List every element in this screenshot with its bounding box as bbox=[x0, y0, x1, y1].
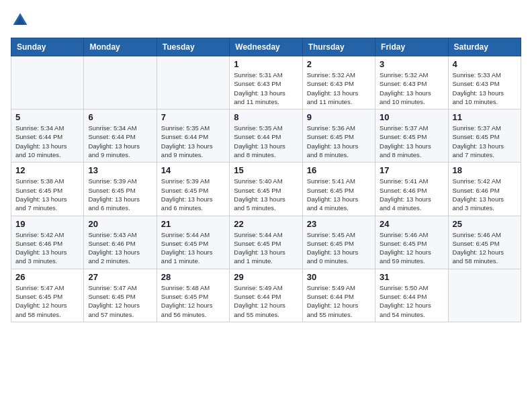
calendar-cell: 27Sunrise: 5:47 AM Sunset: 6:45 PM Dayli… bbox=[84, 269, 157, 322]
day-info: Sunrise: 5:39 AM Sunset: 6:45 PM Dayligh… bbox=[88, 177, 152, 212]
calendar-table: SundayMondayTuesdayWednesdayThursdayFrid… bbox=[11, 38, 521, 322]
day-info: Sunrise: 5:38 AM Sunset: 6:45 PM Dayligh… bbox=[15, 177, 79, 212]
day-number: 17 bbox=[380, 165, 443, 175]
calendar-cell: 7Sunrise: 5:35 AM Sunset: 6:44 PM Daylig… bbox=[157, 109, 229, 163]
day-info: Sunrise: 5:48 AM Sunset: 6:45 PM Dayligh… bbox=[161, 283, 225, 319]
day-info: Sunrise: 5:50 AM Sunset: 6:44 PM Dayligh… bbox=[380, 283, 443, 319]
calendar-cell: 10Sunrise: 5:37 AM Sunset: 6:45 PM Dayli… bbox=[375, 109, 448, 163]
day-number: 1 bbox=[234, 59, 298, 69]
day-info: Sunrise: 5:36 AM Sunset: 6:45 PM Dayligh… bbox=[307, 124, 371, 159]
day-info: Sunrise: 5:46 AM Sunset: 6:45 PM Dayligh… bbox=[453, 230, 517, 266]
calendar-cell: 28Sunrise: 5:48 AM Sunset: 6:45 PM Dayli… bbox=[157, 269, 229, 322]
day-info: Sunrise: 5:47 AM Sunset: 6:45 PM Dayligh… bbox=[88, 283, 152, 319]
calendar-cell: 14Sunrise: 5:39 AM Sunset: 6:45 PM Dayli… bbox=[157, 163, 229, 216]
calendar-cell: 15Sunrise: 5:40 AM Sunset: 6:45 PM Dayli… bbox=[230, 163, 302, 216]
day-info: Sunrise: 5:39 AM Sunset: 6:45 PM Dayligh… bbox=[161, 177, 225, 212]
day-number: 12 bbox=[15, 165, 79, 175]
day-number: 23 bbox=[307, 219, 371, 229]
day-number: 10 bbox=[380, 112, 443, 122]
calendar-cell: 11Sunrise: 5:37 AM Sunset: 6:45 PM Dayli… bbox=[448, 109, 521, 163]
day-info: Sunrise: 5:40 AM Sunset: 6:45 PM Dayligh… bbox=[234, 177, 298, 212]
day-info: Sunrise: 5:37 AM Sunset: 6:45 PM Dayligh… bbox=[380, 124, 443, 159]
calendar-cell: 3Sunrise: 5:32 AM Sunset: 6:43 PM Daylig… bbox=[375, 56, 448, 109]
calendar-cell: 1Sunrise: 5:31 AM Sunset: 6:43 PM Daylig… bbox=[230, 56, 302, 109]
day-number: 20 bbox=[88, 219, 152, 229]
day-number: 29 bbox=[234, 272, 298, 282]
calendar-cell: 20Sunrise: 5:43 AM Sunset: 6:46 PM Dayli… bbox=[84, 216, 157, 269]
calendar-cell: 9Sunrise: 5:36 AM Sunset: 6:45 PM Daylig… bbox=[302, 109, 375, 163]
calendar-cell: 25Sunrise: 5:46 AM Sunset: 6:45 PM Dayli… bbox=[448, 216, 521, 269]
day-number: 11 bbox=[453, 112, 517, 122]
calendar-cell: 31Sunrise: 5:50 AM Sunset: 6:44 PM Dayli… bbox=[375, 269, 448, 322]
day-info: Sunrise: 5:35 AM Sunset: 6:44 PM Dayligh… bbox=[234, 124, 298, 159]
calendar-cell bbox=[448, 269, 521, 322]
day-info: Sunrise: 5:32 AM Sunset: 6:43 PM Dayligh… bbox=[380, 71, 443, 106]
week-row-2: 5Sunrise: 5:34 AM Sunset: 6:44 PM Daylig… bbox=[11, 109, 521, 163]
day-info: Sunrise: 5:42 AM Sunset: 6:46 PM Dayligh… bbox=[453, 177, 517, 212]
day-number: 13 bbox=[88, 165, 152, 175]
day-info: Sunrise: 5:42 AM Sunset: 6:46 PM Dayligh… bbox=[15, 230, 79, 266]
day-number: 21 bbox=[161, 219, 225, 229]
day-number: 18 bbox=[453, 165, 517, 175]
calendar-cell: 8Sunrise: 5:35 AM Sunset: 6:44 PM Daylig… bbox=[230, 109, 302, 163]
calendar-cell: 29Sunrise: 5:49 AM Sunset: 6:44 PM Dayli… bbox=[230, 269, 302, 322]
day-info: Sunrise: 5:33 AM Sunset: 6:43 PM Dayligh… bbox=[453, 71, 517, 106]
day-info: Sunrise: 5:41 AM Sunset: 6:45 PM Dayligh… bbox=[307, 177, 371, 212]
day-number: 8 bbox=[234, 112, 298, 122]
day-header-tuesday: Tuesday bbox=[157, 38, 229, 56]
day-header-saturday: Saturday bbox=[448, 38, 521, 56]
day-number: 4 bbox=[453, 59, 517, 69]
calendar-cell: 30Sunrise: 5:49 AM Sunset: 6:44 PM Dayli… bbox=[302, 269, 375, 322]
day-info: Sunrise: 5:47 AM Sunset: 6:45 PM Dayligh… bbox=[15, 283, 79, 319]
logo bbox=[11, 11, 32, 30]
calendar-cell: 13Sunrise: 5:39 AM Sunset: 6:45 PM Dayli… bbox=[84, 163, 157, 216]
logo-icon bbox=[11, 11, 30, 30]
day-number: 15 bbox=[234, 165, 298, 175]
day-number: 14 bbox=[161, 165, 225, 175]
calendar-cell bbox=[11, 56, 84, 109]
calendar-cell: 5Sunrise: 5:34 AM Sunset: 6:44 PM Daylig… bbox=[11, 109, 84, 163]
day-info: Sunrise: 5:49 AM Sunset: 6:44 PM Dayligh… bbox=[307, 283, 371, 319]
header-row: SundayMondayTuesdayWednesdayThursdayFrid… bbox=[11, 38, 521, 56]
calendar-cell: 21Sunrise: 5:44 AM Sunset: 6:45 PM Dayli… bbox=[157, 216, 229, 269]
day-info: Sunrise: 5:31 AM Sunset: 6:43 PM Dayligh… bbox=[234, 71, 298, 106]
week-row-4: 19Sunrise: 5:42 AM Sunset: 6:46 PM Dayli… bbox=[11, 216, 521, 269]
day-number: 9 bbox=[307, 112, 371, 122]
day-info: Sunrise: 5:32 AM Sunset: 6:43 PM Dayligh… bbox=[307, 71, 371, 106]
day-header-sunday: Sunday bbox=[11, 38, 84, 56]
day-number: 16 bbox=[307, 165, 371, 175]
calendar-cell: 4Sunrise: 5:33 AM Sunset: 6:43 PM Daylig… bbox=[448, 56, 521, 109]
calendar-cell: 22Sunrise: 5:44 AM Sunset: 6:45 PM Dayli… bbox=[230, 216, 302, 269]
calendar-cell: 18Sunrise: 5:42 AM Sunset: 6:46 PM Dayli… bbox=[448, 163, 521, 216]
day-info: Sunrise: 5:45 AM Sunset: 6:45 PM Dayligh… bbox=[307, 230, 371, 266]
day-info: Sunrise: 5:43 AM Sunset: 6:46 PM Dayligh… bbox=[88, 230, 152, 266]
day-info: Sunrise: 5:35 AM Sunset: 6:44 PM Dayligh… bbox=[161, 124, 225, 159]
calendar-cell: 24Sunrise: 5:46 AM Sunset: 6:45 PM Dayli… bbox=[375, 216, 448, 269]
calendar-cell: 12Sunrise: 5:38 AM Sunset: 6:45 PM Dayli… bbox=[11, 163, 84, 216]
week-row-1: 1Sunrise: 5:31 AM Sunset: 6:43 PM Daylig… bbox=[11, 56, 521, 109]
page-header bbox=[11, 11, 521, 30]
day-info: Sunrise: 5:49 AM Sunset: 6:44 PM Dayligh… bbox=[234, 283, 298, 319]
calendar-cell bbox=[157, 56, 229, 109]
week-row-3: 12Sunrise: 5:38 AM Sunset: 6:45 PM Dayli… bbox=[11, 163, 521, 216]
week-row-5: 26Sunrise: 5:47 AM Sunset: 6:45 PM Dayli… bbox=[11, 269, 521, 322]
day-info: Sunrise: 5:34 AM Sunset: 6:44 PM Dayligh… bbox=[88, 124, 152, 159]
day-info: Sunrise: 5:41 AM Sunset: 6:46 PM Dayligh… bbox=[380, 177, 443, 212]
day-header-friday: Friday bbox=[375, 38, 448, 56]
day-info: Sunrise: 5:34 AM Sunset: 6:44 PM Dayligh… bbox=[15, 124, 79, 159]
day-info: Sunrise: 5:44 AM Sunset: 6:45 PM Dayligh… bbox=[234, 230, 298, 266]
day-header-thursday: Thursday bbox=[302, 38, 375, 56]
calendar-cell: 19Sunrise: 5:42 AM Sunset: 6:46 PM Dayli… bbox=[11, 216, 84, 269]
day-number: 26 bbox=[15, 272, 79, 282]
day-number: 27 bbox=[88, 272, 152, 282]
calendar-cell: 23Sunrise: 5:45 AM Sunset: 6:45 PM Dayli… bbox=[302, 216, 375, 269]
day-number: 7 bbox=[161, 112, 225, 122]
day-header-wednesday: Wednesday bbox=[230, 38, 302, 56]
day-number: 24 bbox=[380, 219, 443, 229]
day-number: 6 bbox=[88, 112, 152, 122]
calendar-cell: 6Sunrise: 5:34 AM Sunset: 6:44 PM Daylig… bbox=[84, 109, 157, 163]
day-number: 30 bbox=[307, 272, 371, 282]
day-info: Sunrise: 5:46 AM Sunset: 6:45 PM Dayligh… bbox=[380, 230, 443, 266]
day-number: 5 bbox=[15, 112, 79, 122]
day-number: 28 bbox=[161, 272, 225, 282]
